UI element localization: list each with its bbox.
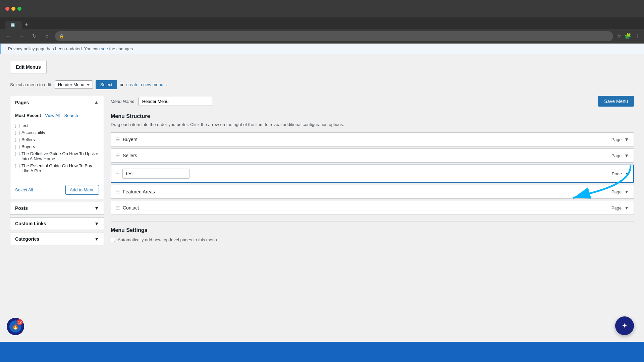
menu-item-test-right: Page ▼ (612, 171, 629, 176)
menu-item-test-input[interactable] (122, 169, 190, 179)
pages-box-title: Pages (15, 100, 29, 105)
add-to-menu-button[interactable]: Add to Menu (65, 185, 99, 195)
page-content: Privacy policy page has been updated. Yo… (0, 44, 644, 362)
save-menu-button[interactable]: Save Menu (598, 96, 634, 107)
tab-search[interactable]: Search (64, 113, 78, 118)
page-label-sellers: Sellers (21, 137, 35, 142)
tab-most-recent[interactable]: Most Recent (15, 113, 41, 118)
menu-item-buyers-expand[interactable]: ▼ (624, 137, 629, 142)
menu-settings: Menu Settings Automatically add new top-… (111, 222, 634, 242)
checkbox-accessibility[interactable] (15, 131, 19, 135)
menu-item-test-left: ☰ (115, 169, 190, 179)
menu-item-contact-type: Page (611, 205, 622, 210)
checkbox-buyers[interactable] (15, 145, 19, 149)
custom-links-box-header[interactable]: Custom Links ▼ (10, 218, 104, 230)
create-new-menu-link[interactable]: create a new menu (126, 82, 163, 87)
browser-actions: ☆ 🧩 ⋮ (616, 33, 640, 39)
categories-toggle-icon: ▼ (94, 236, 99, 242)
menu-select-dropdown[interactable]: Header Menu (55, 80, 93, 89)
custom-links-title: Custom Links (15, 221, 46, 226)
menu-name-input[interactable] (139, 97, 212, 106)
create-suffix: . (166, 82, 167, 87)
checkbox-sellers[interactable] (15, 138, 19, 142)
help-star-icon: ✦ (622, 321, 628, 330)
notice-link[interactable]: see (101, 46, 108, 51)
checkbox-definitive-guide[interactable] (15, 152, 19, 156)
auto-add-checkbox[interactable] (111, 238, 115, 242)
menu-icon[interactable]: ⋮ (635, 33, 640, 39)
home-button[interactable]: ⌂ (42, 32, 52, 41)
drag-handle-buyers[interactable]: ☰ (116, 137, 120, 142)
menu-item-sellers-right: Page ▼ (611, 153, 629, 158)
back-button[interactable]: ← (4, 32, 13, 41)
new-tab-button[interactable]: + (22, 20, 31, 29)
drag-handle-featured[interactable]: ☰ (116, 189, 120, 194)
minimize-button[interactable] (11, 7, 15, 11)
page-label-definitive-guide: The Definitive Guide On How To Upsize In… (21, 151, 99, 161)
menu-settings-title: Menu Settings (111, 227, 634, 233)
help-button[interactable]: ✦ (615, 316, 634, 335)
menu-item-sellers-left: ☰ Sellers (116, 153, 137, 158)
menu-item-contact-left: ☰ Contact (116, 205, 139, 210)
menu-item-featured-left: ☰ Featured Areas (116, 189, 155, 194)
menu-structure-desc: Drag each item into the order you prefer… (111, 122, 634, 127)
menu-layout: Pages ▲ Most Recent View All Search t (10, 96, 634, 248)
wp-content: Edit Menus Select a menu to edit: Header… (0, 54, 644, 255)
custom-links-box: Custom Links ▼ (10, 217, 104, 230)
posts-box-header[interactable]: Posts ▼ (10, 202, 104, 214)
drag-handle-test[interactable]: ☰ (115, 171, 120, 176)
menu-item-sellers: ☰ Sellers Page ▼ (111, 148, 634, 163)
posts-box-title: Posts (15, 205, 28, 211)
reload-button[interactable]: ↻ (30, 32, 39, 41)
extensions-icon[interactable]: 🧩 (625, 33, 631, 39)
url-bar[interactable]: 🔒 (55, 31, 613, 41)
maximize-button[interactable] (17, 7, 21, 11)
browser-chrome (0, 0, 644, 17)
menu-item-buyers-right: Page ▼ (611, 137, 629, 142)
select-all-link[interactable]: Select All (15, 187, 33, 192)
menu-item-buyers-name: Buyers (123, 137, 138, 142)
menu-item-contact-right: Page ▼ (611, 205, 629, 210)
categories-box-header[interactable]: Categories ▼ (10, 233, 104, 245)
notification-count: 12 (17, 319, 23, 325)
menu-item-featured-areas: ☰ Featured Areas Page ▼ (111, 185, 634, 199)
page-label-buyers: Buyers (21, 144, 35, 149)
menu-item-featured-expand[interactable]: ▼ (624, 189, 629, 194)
drag-handle-contact[interactable]: ☰ (116, 205, 120, 210)
drag-handle-sellers[interactable]: ☰ (116, 153, 120, 158)
menu-item-contact-expand[interactable]: ▼ (624, 205, 629, 210)
list-item: The Essential Guide On How To Buy Like A… (15, 162, 99, 174)
notification-badge[interactable]: 12 🔥 (7, 318, 24, 335)
forward-button[interactable]: → (17, 32, 26, 41)
tab-refresh-icon: 🔄 (11, 23, 15, 27)
select-button[interactable]: Select (96, 80, 117, 89)
menu-name-row: Menu Name Save Menu (111, 96, 634, 107)
pages-box-content: Most Recent View All Search test Ac (10, 109, 104, 182)
pages-box-header[interactable]: Pages ▲ (10, 96, 104, 109)
categories-title: Categories (15, 236, 39, 242)
right-panel: Menu Name Save Menu Menu Structure Drag … (111, 96, 634, 242)
notice-text-after: the changes. (109, 46, 134, 51)
menu-structure-title: Menu Structure (111, 113, 634, 119)
tab-view-all[interactable]: View All (45, 113, 60, 118)
auto-add-setting: Automatically add new top-level pages to… (111, 237, 634, 242)
checkbox-test[interactable] (15, 124, 19, 128)
menu-items-list: ☰ Buyers Page ▼ ☰ Se (111, 132, 634, 215)
menu-item-test-expand[interactable]: ▼ (625, 171, 629, 176)
bookmark-icon[interactable]: ☆ (616, 33, 621, 39)
menu-item-featured-name: Featured Areas (123, 189, 155, 194)
menu-item-featured-type: Page (611, 189, 622, 194)
notice-text: Privacy policy page has been updated. Yo… (8, 46, 101, 51)
left-panel: Pages ▲ Most Recent View All Search t (10, 96, 104, 248)
checkbox-essential-guide[interactable] (15, 164, 19, 168)
edit-menus-heading: Edit Menus (10, 61, 47, 73)
or-text: or (120, 82, 124, 87)
list-item: Sellers (15, 136, 99, 143)
browser-tab[interactable]: 🔄 (5, 21, 22, 29)
menu-select-bar: Select a menu to edit: Header Menu Selec… (10, 80, 634, 89)
close-button[interactable] (5, 7, 9, 11)
menu-name-group: Menu Name (111, 97, 212, 106)
categories-box: Categories ▼ (10, 233, 104, 245)
menu-item-sellers-expand[interactable]: ▼ (624, 153, 629, 158)
traffic-lights (5, 7, 21, 11)
